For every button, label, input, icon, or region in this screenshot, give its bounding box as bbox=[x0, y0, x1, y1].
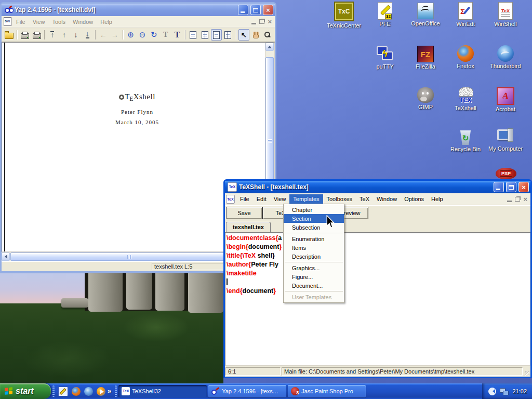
texshell-minimize-button[interactable] bbox=[494, 182, 504, 192]
continuous-facing-icon[interactable] bbox=[222, 29, 233, 41]
texshell-menu-options[interactable]: Options bbox=[401, 194, 428, 204]
forward-icon[interactable]: → bbox=[109, 29, 120, 41]
mdi-restore-icon[interactable] bbox=[259, 19, 264, 24]
yap-menu-help[interactable]: Help bbox=[97, 17, 116, 26]
photo-grass bbox=[0, 303, 223, 383]
yap-maximize-button[interactable] bbox=[250, 5, 261, 15]
desktop-icon-recycle-bin[interactable]: ↻Recycle Bin bbox=[443, 128, 488, 152]
next-page-icon[interactable]: ↓ bbox=[70, 29, 81, 41]
select-tool-icon[interactable]: ↖ bbox=[238, 29, 249, 41]
templates-item-items[interactable]: Items bbox=[284, 243, 344, 252]
texshell-document-icon[interactable] bbox=[226, 195, 235, 204]
desktop-icon-texshell[interactable]: TEXTeXshell bbox=[443, 86, 488, 111]
media-player-icon[interactable] bbox=[97, 387, 105, 396]
texshell-maximize-button[interactable] bbox=[506, 182, 516, 192]
desktop-icon-winedt[interactable]: ΣWinEdt bbox=[443, 2, 488, 27]
taskbar-task-texshell32[interactable]: TeXShell32 bbox=[118, 385, 207, 397]
texshell-editor[interactable]: \documentclass{a\begin{document}\title{\… bbox=[225, 233, 530, 366]
taskbar-task-yap-2-4-1596-texs[interactable]: Yap 2.4.1596 - [texs… bbox=[208, 385, 286, 397]
prev-page-icon[interactable]: ↑ bbox=[59, 29, 70, 41]
start-button[interactable]: start bbox=[0, 383, 51, 399]
zoom-out-icon[interactable]: ⊖ bbox=[137, 29, 148, 41]
continuous-icon[interactable] bbox=[211, 29, 222, 41]
desktop-icon-putty[interactable]: ϟpuTTY bbox=[362, 45, 408, 70]
texshell-close-button[interactable]: × bbox=[518, 182, 529, 192]
yap-close-button[interactable]: × bbox=[263, 5, 273, 15]
facing-pages-icon[interactable] bbox=[199, 29, 210, 41]
save-button[interactable]: Save bbox=[226, 207, 262, 219]
desktop-icon-openoffice[interactable]: OpenOffice bbox=[403, 2, 448, 26]
resize-grip[interactable] bbox=[523, 366, 530, 377]
magnifier-icon[interactable] bbox=[261, 29, 272, 41]
mdi-close-icon[interactable]: × bbox=[523, 196, 527, 203]
desktop-icon-gimp[interactable]: GIMP bbox=[403, 86, 448, 110]
tab-texshell-tex[interactable]: texshell.tex bbox=[226, 222, 271, 232]
texshell-menu-view[interactable]: View bbox=[270, 194, 290, 204]
texshell-menu-help[interactable]: Help bbox=[428, 194, 447, 204]
print-preview-icon[interactable] bbox=[31, 29, 42, 41]
back-icon[interactable]: ← bbox=[98, 29, 109, 41]
texshell-titlebar[interactable]: TeXShell - [texshell.tex] × bbox=[225, 181, 530, 193]
mdi-close-icon[interactable]: × bbox=[268, 18, 272, 25]
mdi-minimize-icon[interactable] bbox=[251, 23, 256, 24]
print-icon[interactable] bbox=[19, 29, 30, 41]
desktop-icon-acrobat[interactable]: AAcrobat bbox=[483, 86, 528, 112]
mdi-restore-icon[interactable] bbox=[515, 197, 520, 202]
yap-menu-file[interactable]: File bbox=[12, 17, 29, 26]
templates-item-chapter[interactable]: Chapter bbox=[284, 205, 344, 214]
quick-launch-handle[interactable] bbox=[52, 385, 55, 397]
tray-chevron-icon[interactable] bbox=[488, 388, 496, 395]
network-icon[interactable] bbox=[500, 388, 509, 395]
texshell-menu-edit[interactable]: Edit bbox=[253, 194, 270, 204]
desktop-icon-pfe[interactable]: 32PFE bbox=[362, 2, 408, 27]
text-icon[interactable]: T bbox=[171, 29, 182, 41]
taskbar-task-jasc-paint-shop-pro[interactable]: Jasc Paint Shop Pro bbox=[288, 385, 366, 397]
templates-item-document[interactable]: Document... bbox=[284, 281, 344, 290]
yap-menu-view[interactable]: View bbox=[29, 17, 49, 26]
desktop-icon-filezilla[interactable]: FZFileZilla bbox=[403, 45, 448, 70]
hand-tool-icon[interactable] bbox=[250, 29, 261, 41]
single-page-icon[interactable] bbox=[188, 29, 198, 41]
scrollbar-thumb[interactable] bbox=[10, 252, 248, 261]
desktop-icon-label: WinEdt bbox=[443, 21, 488, 27]
mdi-minimize-icon[interactable] bbox=[507, 201, 512, 202]
show-desktop-icon[interactable] bbox=[58, 387, 68, 396]
texshell-menu-file[interactable]: File bbox=[236, 194, 253, 204]
texshell-menu-templates[interactable]: Templates bbox=[289, 194, 323, 204]
taskbar-clock[interactable]: 21:02 bbox=[512, 388, 527, 394]
yap-menu-window[interactable]: Window bbox=[69, 17, 97, 26]
psp-desktop-icon[interactable]: PSP bbox=[496, 168, 516, 179]
first-page-icon[interactable]: ↑ bbox=[47, 29, 58, 41]
texshell-statusbar: 6:1 Main file: C:\Documents and Settings… bbox=[225, 366, 530, 377]
thunderbird-icon[interactable] bbox=[84, 387, 93, 396]
desktop-icon-winshell[interactable]: TeXWinShell bbox=[483, 2, 528, 27]
templates-item-enumeration[interactable]: Enumeration bbox=[284, 234, 344, 243]
desktop-icon-my-computer[interactable]: My Computer bbox=[483, 128, 528, 152]
texshell-menu-window[interactable]: Window bbox=[373, 194, 401, 204]
refresh-icon-glyph: ↻ bbox=[151, 30, 157, 39]
open-icon[interactable] bbox=[4, 29, 15, 41]
taskbar-handle[interactable] bbox=[115, 385, 117, 397]
dvi-document-icon[interactable] bbox=[4, 17, 11, 26]
refresh-icon[interactable]: ↻ bbox=[149, 29, 159, 41]
quick-launch-overflow-chevron[interactable]: » bbox=[108, 387, 111, 395]
firefox-icon[interactable] bbox=[72, 387, 81, 396]
openoffice-icon bbox=[417, 3, 434, 19]
templates-item-graphics[interactable]: Graphics... bbox=[284, 263, 344, 272]
desktop-icon-thunderbird[interactable]: Thunderbird bbox=[483, 45, 528, 69]
first-page-icon-glyph: ↑ bbox=[50, 31, 54, 38]
templates-item-description[interactable]: Description bbox=[284, 252, 344, 261]
texshell-menu-tex[interactable]: TeX bbox=[356, 194, 373, 204]
zoom-in-icon[interactable]: ⊕ bbox=[125, 29, 136, 41]
scrollbar-up-button[interactable] bbox=[265, 43, 274, 51]
yap-minimize-button[interactable] bbox=[238, 5, 248, 15]
desktop-icon-texniccenter[interactable]: TxCTeXnicCenter bbox=[321, 2, 367, 29]
desktop-icon-firefox[interactable]: Firefox bbox=[443, 45, 488, 69]
last-page-icon[interactable]: ↓ bbox=[82, 29, 93, 41]
texshell-menu-toolboxes[interactable]: Toolboxes bbox=[323, 194, 356, 204]
ruler-icon[interactable]: T bbox=[160, 29, 171, 41]
yap-menu-tools[interactable]: Tools bbox=[48, 17, 69, 26]
templates-item-figure[interactable]: Figure... bbox=[284, 272, 344, 281]
scrollbar-left-button[interactable] bbox=[2, 252, 10, 261]
yap-titlebar[interactable]: Yap 2.4.1596 - [texshell.dvi] × bbox=[2, 4, 275, 16]
